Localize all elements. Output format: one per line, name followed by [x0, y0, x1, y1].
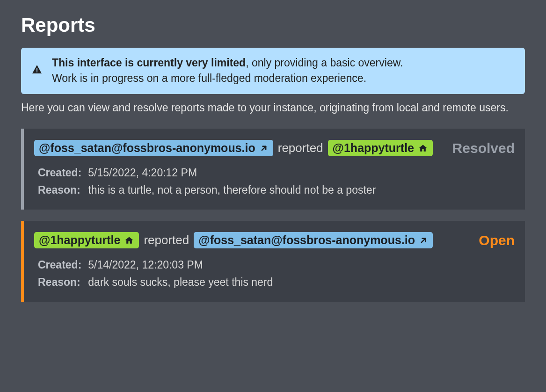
reason-value: dark souls sucks, please yeet this nerd — [88, 276, 515, 289]
user-handle: @1happyturtle — [39, 233, 120, 247]
user-badge-reporter[interactable]: @1happyturtle — [34, 232, 139, 248]
user-handle: @1happyturtle — [333, 141, 414, 155]
info-banner: This interface is currently very limited… — [21, 48, 525, 94]
svg-rect-1 — [36, 72, 37, 73]
intro-text: Here you can view and resolve reports ma… — [21, 100, 525, 116]
banner-line-2: Work is in progress on a more full-fledg… — [52, 71, 403, 86]
warning-icon — [31, 64, 43, 77]
created-label: Created: — [38, 259, 81, 271]
report-header: @1happyturtlereported@foss_satan@fossbro… — [34, 232, 515, 248]
home-icon — [418, 144, 428, 153]
report-card[interactable]: @foss_satan@fossbros-anonymous.ioreporte… — [21, 129, 525, 210]
report-card[interactable]: @1happyturtlereported@foss_satan@fossbro… — [21, 221, 525, 302]
reason-value: this is a turtle, not a person, therefor… — [88, 184, 515, 196]
reported-verb: reported — [144, 233, 189, 247]
page-title: Reports — [21, 14, 525, 36]
user-badge-reporter[interactable]: @foss_satan@fossbros-anonymous.io — [34, 140, 273, 156]
external-link-icon — [419, 236, 428, 245]
banner-line-1: This interface is currently very limited… — [52, 55, 403, 71]
created-label: Created: — [38, 167, 81, 179]
report-header: @foss_satan@fossbros-anonymous.ioreporte… — [34, 140, 515, 156]
report-details: Created:5/14/2022, 12:20:03 PMReason:dar… — [34, 259, 515, 289]
user-badge-target[interactable]: @foss_satan@fossbros-anonymous.io — [194, 232, 433, 248]
user-handle: @foss_satan@fossbros-anonymous.io — [39, 141, 255, 155]
status-label: Open — [479, 232, 515, 248]
banner-strong: This interface is currently very limited — [52, 57, 246, 69]
external-link-icon — [259, 144, 269, 153]
created-value: 5/15/2022, 4:20:12 PM — [88, 167, 515, 179]
reason-label: Reason: — [38, 184, 81, 196]
user-handle: @foss_satan@fossbros-anonymous.io — [198, 233, 415, 247]
report-details: Created:5/15/2022, 4:20:12 PMReason:this… — [34, 167, 515, 196]
created-value: 5/14/2022, 12:20:03 PM — [88, 259, 515, 271]
home-icon — [124, 236, 134, 245]
reason-label: Reason: — [38, 276, 81, 289]
status-label: Resolved — [452, 140, 515, 156]
user-badge-target[interactable]: @1happyturtle — [328, 140, 433, 156]
svg-rect-0 — [36, 68, 37, 71]
reported-verb: reported — [278, 141, 323, 155]
